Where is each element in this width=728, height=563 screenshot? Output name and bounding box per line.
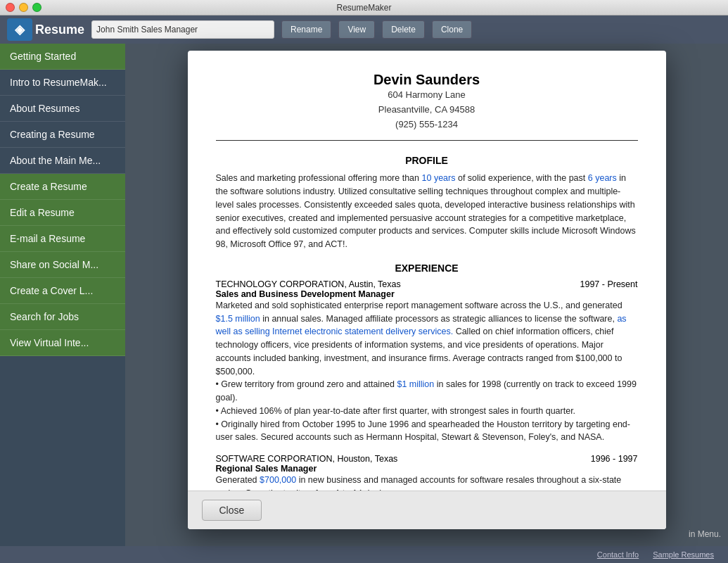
clone-button[interactable]: Clone bbox=[432, 20, 472, 39]
job-2-header: SOFTWARE CORPORATION, Houston, Texas 199… bbox=[216, 454, 638, 464]
contact-info-link[interactable]: Contact Info bbox=[597, 550, 639, 559]
rename-button[interactable]: Rename bbox=[281, 20, 331, 39]
logo-text: Resume bbox=[35, 23, 84, 37]
job-entry-2: SOFTWARE CORPORATION, Houston, Texas 199… bbox=[216, 454, 638, 491]
sidebar-item-about-resumes[interactable]: About Resumes bbox=[0, 96, 125, 122]
job-entry-1: TECHNOLOGY CORPORATION, Austin, Texas 19… bbox=[216, 279, 638, 444]
modal-overlay: Devin Saunders 604 Harmony Lane Pleasant… bbox=[125, 44, 728, 546]
job-1-bullet-1: • Grew territory from ground zero and at… bbox=[216, 378, 638, 405]
highlight-sales: $1.5 million bbox=[216, 314, 260, 324]
job-1-title: Sales and Business Development Manager bbox=[216, 289, 638, 299]
resume-address-line1: 604 Harmony Lane bbox=[216, 88, 638, 103]
content-area: Devin Saunders 604 Harmony Lane Pleasant… bbox=[125, 44, 728, 546]
sample-resumes-link[interactable]: Sample Resumes bbox=[653, 550, 714, 559]
job-2-years: 1996 - 1997 bbox=[591, 454, 638, 464]
close-window-button[interactable] bbox=[6, 3, 15, 12]
highlight-territory: $1 million bbox=[397, 379, 434, 389]
highlight-internet: as well as selling Internet electronic s… bbox=[216, 314, 627, 337]
profile-text: Sales and marketing professional offerin… bbox=[216, 172, 638, 251]
sidebar-item-share-social[interactable]: Share on Social M... bbox=[0, 252, 125, 278]
sidebar-item-creating-resume[interactable]: Creating a Resume bbox=[0, 122, 125, 148]
highlight-recent-years: 6 years bbox=[588, 173, 617, 183]
job-1-header: TECHNOLOGY CORPORATION, Austin, Texas 19… bbox=[216, 279, 638, 289]
job-1-bullet-2: • Achieved 106% of plan year-to-date aft… bbox=[216, 405, 638, 418]
maximize-window-button[interactable] bbox=[32, 3, 41, 12]
modal-footer: Close bbox=[188, 491, 666, 529]
app-toolbar: ◈ Resume John Smith Sales Manager Rename… bbox=[0, 15, 728, 44]
sidebar-item-email-resume[interactable]: E-mail a Resume bbox=[0, 226, 125, 252]
view-button[interactable]: View bbox=[338, 20, 375, 39]
sidebar-item-view-virtual[interactable]: View Virtual Inte... bbox=[0, 330, 125, 356]
sidebar: Getting Started Intro to ResumeMak... Ab… bbox=[0, 44, 125, 546]
bottom-bar: Contact Info Sample Resumes bbox=[0, 546, 728, 563]
minimize-window-button[interactable] bbox=[19, 3, 28, 12]
resume-phone: (925) 555-1234 bbox=[216, 118, 638, 132]
sidebar-item-about-main-menu[interactable]: About the Main Me... bbox=[0, 148, 125, 174]
job-1-bullet-3: • Originally hired from October 1995 to … bbox=[216, 418, 638, 445]
experience-section-title: EXPERIENCE bbox=[216, 262, 638, 274]
main-layout: Getting Started Intro to ResumeMak... Ab… bbox=[0, 44, 728, 546]
sidebar-item-search-jobs[interactable]: Search for Jobs bbox=[0, 304, 125, 330]
sidebar-item-create-resume[interactable]: Create a Resume bbox=[0, 174, 125, 200]
profile-section-title: PROFILE bbox=[216, 155, 638, 166]
in-menu-text: in Menu. bbox=[689, 529, 721, 539]
delete-button[interactable]: Delete bbox=[382, 20, 425, 39]
resume-scroll-area[interactable]: Devin Saunders 604 Harmony Lane Pleasant… bbox=[188, 51, 666, 491]
window-title: ResumeMaker bbox=[336, 3, 391, 13]
sidebar-item-create-cover[interactable]: Create a Cover L... bbox=[0, 278, 125, 304]
sidebar-item-edit-resume[interactable]: Edit a Resume bbox=[0, 200, 125, 226]
job-1-body: Marketed and sold sophisticated enterpri… bbox=[216, 299, 638, 379]
job-1-company: TECHNOLOGY CORPORATION, Austin, Texas bbox=[216, 279, 401, 289]
highlight-job2-sales: $700,000 bbox=[260, 475, 296, 485]
sidebar-item-intro[interactable]: Intro to ResumeMak... bbox=[0, 70, 125, 96]
job-1-years: 1997 - Present bbox=[580, 279, 638, 289]
sidebar-item-getting-started[interactable]: Getting Started bbox=[0, 44, 125, 70]
app-logo: ◈ Resume bbox=[7, 18, 84, 41]
title-bar: ResumeMaker bbox=[0, 0, 728, 15]
resume-modal: Devin Saunders 604 Harmony Lane Pleasant… bbox=[188, 51, 666, 529]
resume-address-line2: Pleasantville, CA 94588 bbox=[216, 103, 638, 118]
resume-name: Devin Saunders bbox=[216, 72, 638, 88]
resume-select[interactable]: John Smith Sales Manager bbox=[91, 20, 274, 39]
close-button[interactable]: Close bbox=[202, 500, 262, 521]
resume-header: Devin Saunders 604 Harmony Lane Pleasant… bbox=[216, 72, 638, 141]
logo-icon: ◈ bbox=[7, 18, 32, 41]
job-2-body: Generated $700,000 in new business and m… bbox=[216, 474, 638, 491]
highlight-years: 10 years bbox=[422, 173, 456, 183]
job-2-title: Regional Sales Manager bbox=[216, 464, 638, 474]
window-controls[interactable] bbox=[6, 3, 41, 12]
job-2-company: SOFTWARE CORPORATION, Houston, Texas bbox=[216, 454, 398, 464]
